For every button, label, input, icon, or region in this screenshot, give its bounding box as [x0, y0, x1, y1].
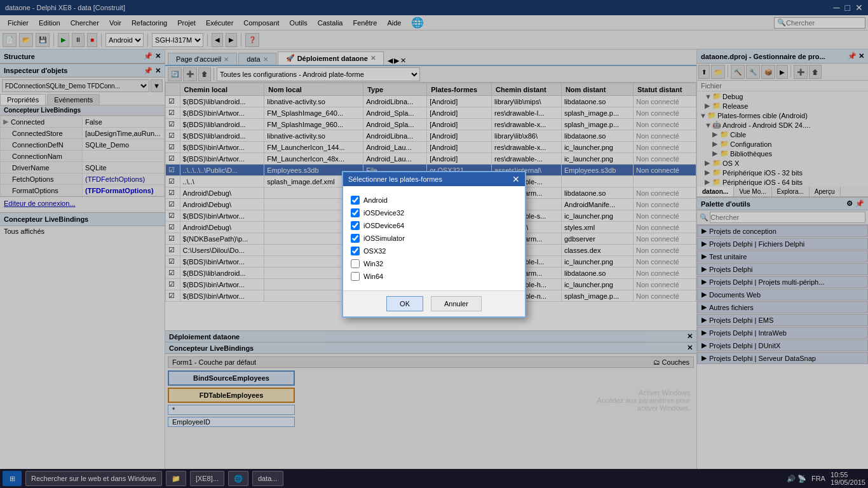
platform-checkbox[interactable]: [351, 234, 360, 243]
platform-checkbox[interactable]: [351, 208, 360, 217]
dialog-option: iOSSimulator: [351, 232, 517, 245]
dialog-option: OSX32: [351, 245, 517, 257]
dialog-body: AndroidiOSDevice32iOSDevice64iOSSimulato…: [343, 186, 525, 290]
dialog-option: iOSDevice64: [351, 219, 517, 232]
dialog-option: iOSDevice32: [351, 207, 517, 219]
dialog-overlay[interactable]: Sélectionner les plates-formes ✕ Android…: [0, 0, 868, 488]
platform-checkbox[interactable]: [351, 221, 360, 230]
dialog-option: Win32: [351, 257, 517, 270]
dialog-option: Android: [351, 194, 517, 207]
platform-checkbox[interactable]: [351, 272, 360, 281]
platform-label: iOSSimulator: [363, 234, 405, 242]
platform-label: Win64: [363, 273, 383, 280]
platform-label: OSX32: [363, 247, 386, 255]
dialog-select-platforms: Sélectionner les plates-formes ✕ Android…: [342, 171, 526, 318]
dialog-ok-btn[interactable]: OK: [386, 296, 423, 311]
dialog-footer: OK Annuler: [343, 290, 525, 316]
platform-label: Win32: [363, 260, 383, 268]
platform-checkbox[interactable]: [351, 247, 360, 255]
platform-label: iOSDevice64: [363, 222, 404, 229]
platform-label: iOSDevice32: [363, 209, 404, 217]
dialog-titlebar: Sélectionner les plates-formes ✕: [343, 172, 525, 186]
dialog-close-btn[interactable]: ✕: [512, 174, 520, 184]
dialog-cancel-btn[interactable]: Annuler: [431, 296, 482, 311]
dialog-title: Sélectionner les plates-formes: [348, 175, 442, 183]
platform-checkbox[interactable]: [351, 259, 360, 268]
dialog-option: Win64: [351, 270, 517, 283]
platform-label: Android: [363, 196, 388, 204]
platform-checkbox[interactable]: [351, 196, 360, 205]
